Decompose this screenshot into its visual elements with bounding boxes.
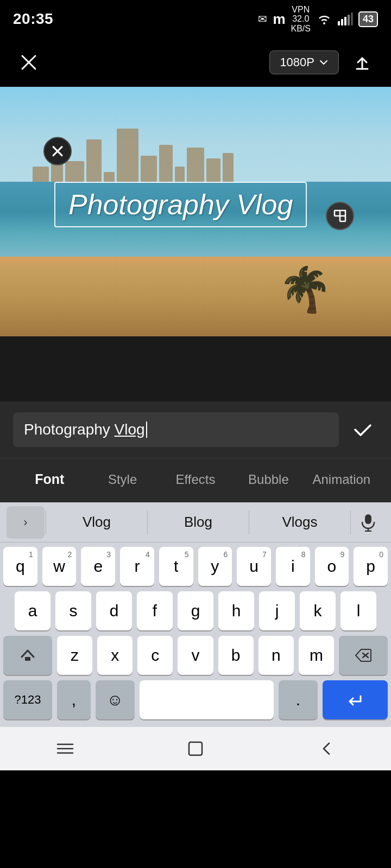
key-u[interactable]: 7u: [237, 547, 271, 586]
upload-button[interactable]: [349, 49, 376, 76]
key-d[interactable]: d: [96, 591, 132, 630]
autocomplete-divider-3: [249, 510, 249, 534]
autocomplete-word-3[interactable]: Vlogs: [250, 508, 349, 536]
key-s[interactable]: s: [55, 591, 91, 630]
wifi-icon: [316, 12, 332, 25]
svg-rect-11: [335, 210, 340, 216]
key-r[interactable]: 4r: [120, 547, 154, 586]
key-shift[interactable]: [3, 636, 52, 675]
autocomplete-word-1[interactable]: Vlog: [47, 508, 146, 536]
toolbar-tabs: Font Style Effects Bubble Animation: [0, 458, 391, 502]
key-y[interactable]: 6y: [198, 547, 232, 586]
key-row-1: 1q 2w 3e 4r 5t 6y 7u 8i 9o 0p: [3, 547, 388, 586]
key-b[interactable]: b: [218, 636, 254, 675]
tab-bubble[interactable]: Bubble: [232, 468, 305, 492]
middle-area: [0, 336, 391, 401]
key-t[interactable]: 5t: [159, 547, 193, 586]
key-comma[interactable]: ,: [57, 680, 91, 719]
key-n[interactable]: n: [258, 636, 294, 675]
top-bar-controls: 1080P: [269, 49, 376, 76]
autocomplete-divider-2: [147, 510, 148, 534]
tab-style[interactable]: Style: [86, 468, 159, 492]
key-m[interactable]: m: [299, 636, 334, 675]
key-a[interactable]: a: [15, 591, 51, 630]
underlined-text: Vlog: [115, 421, 145, 438]
key-k[interactable]: k: [300, 591, 336, 630]
svg-rect-12: [340, 216, 345, 221]
confirm-button[interactable]: [348, 414, 378, 445]
status-icons: ✉ m VPN32.0KB/S 43: [258, 5, 378, 34]
svg-rect-0: [338, 21, 340, 25]
key-q[interactable]: 1q: [3, 547, 37, 586]
expand-icon: ›: [23, 515, 27, 529]
text-resize-handle[interactable]: [326, 202, 354, 230]
text-overlay-box[interactable]: Photography Vlog: [54, 182, 307, 227]
message-icon: ✉: [258, 12, 267, 25]
key-l[interactable]: l: [340, 591, 376, 630]
text-input-value: Photography Vlog: [24, 421, 145, 438]
key-g[interactable]: g: [178, 591, 213, 630]
key-row-2: a s d f g h j k l: [3, 591, 388, 630]
key-space[interactable]: [140, 680, 274, 719]
svg-rect-15: [365, 514, 371, 524]
resolution-button[interactable]: 1080P: [269, 50, 339, 74]
status-bar: 20:35 ✉ m VPN32.0KB/S 43: [0, 0, 391, 38]
key-z[interactable]: z: [57, 636, 92, 675]
m-icon: m: [273, 11, 285, 28]
text-overlay-label: Photography Vlog: [68, 189, 293, 220]
key-i[interactable]: 8i: [276, 547, 310, 586]
nav-back-button[interactable]: [304, 732, 348, 765]
bottom-nav: [0, 727, 391, 770]
keyboard-area: › Vlog Blog Vlogs 1q 2w 3e 4r 5t 6y 7u: [0, 502, 391, 727]
key-delete[interactable]: [339, 636, 388, 675]
svg-rect-3: [348, 15, 350, 25]
key-v[interactable]: v: [178, 636, 213, 675]
key-e[interactable]: 3e: [81, 547, 115, 586]
key-c[interactable]: c: [137, 636, 173, 675]
tab-animation[interactable]: Animation: [305, 468, 378, 492]
key-period[interactable]: .: [279, 680, 318, 719]
text-delete-button[interactable]: [43, 137, 72, 165]
top-bar: 1080P: [0, 38, 391, 87]
keyboard-rows: 1q 2w 3e 4r 5t 6y 7u 8i 9o 0p a s d f g …: [0, 542, 391, 727]
autocomplete-row: › Vlog Blog Vlogs: [0, 502, 391, 542]
mic-button[interactable]: [352, 506, 384, 539]
text-input-container[interactable]: Photography Vlog: [13, 412, 339, 447]
svg-rect-4: [351, 12, 353, 25]
signal-icon: [338, 12, 353, 25]
video-canvas: 🌴 Photography Vlog: [0, 87, 391, 336]
key-x[interactable]: x: [97, 636, 133, 675]
beach: [0, 266, 391, 336]
key-emoji[interactable]: ☺: [96, 680, 135, 719]
palm-tree: 🌴: [278, 268, 332, 311]
key-p[interactable]: 0p: [354, 547, 388, 586]
building: [33, 167, 49, 199]
tab-effects[interactable]: Effects: [159, 468, 232, 492]
battery-indicator: 43: [358, 11, 378, 27]
key-h[interactable]: h: [218, 591, 254, 630]
autocomplete-divider: [46, 510, 46, 534]
cursor: [146, 422, 147, 438]
key-w[interactable]: 2w: [42, 547, 77, 586]
resolution-label: 1080P: [280, 55, 314, 69]
svg-rect-2: [344, 17, 346, 25]
svg-rect-18: [25, 657, 30, 661]
key-row-4: ?123 , ☺ .: [3, 680, 388, 719]
close-button[interactable]: [15, 49, 42, 76]
key-o[interactable]: 9o: [315, 547, 349, 586]
nav-menu-button[interactable]: [43, 732, 87, 765]
autocomplete-word-2[interactable]: Blog: [149, 508, 248, 536]
autocomplete-divider-4: [350, 510, 351, 534]
key-row-3: z x c v b n m: [3, 636, 388, 675]
key-return[interactable]: [323, 680, 388, 719]
svg-rect-1: [341, 19, 343, 25]
tab-font[interactable]: Font: [13, 467, 86, 492]
key-j[interactable]: j: [259, 591, 295, 630]
text-input-bar: Photography Vlog: [0, 401, 391, 458]
key-sym[interactable]: ?123: [3, 680, 52, 719]
key-f[interactable]: f: [137, 591, 173, 630]
autocomplete-expand-button[interactable]: ›: [7, 506, 45, 539]
nav-home-button[interactable]: [174, 732, 217, 765]
svg-rect-24: [189, 742, 202, 755]
status-time: 20:35: [13, 10, 53, 28]
